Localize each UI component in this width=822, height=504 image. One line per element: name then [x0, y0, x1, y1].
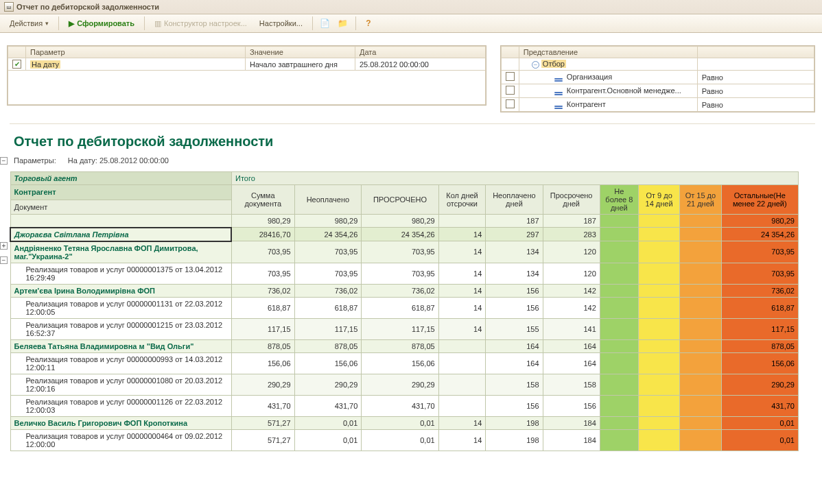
row-label: Джораєва Світлана Петрівна — [10, 228, 231, 241]
filter-root[interactable]: – Отбор — [501, 58, 814, 71]
row-value: 158 — [543, 374, 600, 395]
row-value: 198 — [486, 416, 543, 429]
row-value: 14 — [438, 318, 486, 339]
row-label: Реализация товаров и услуг 00000001080 о… — [10, 374, 231, 395]
designer-label: Конструктор настроек... — [164, 19, 247, 27]
report-row[interactable]: Беляева Татьяна Владимировна м "Вид Ольг… — [10, 339, 799, 352]
col-grace: Кол дней отсрочки — [438, 185, 486, 215]
col-over-d: Просрочено дней — [543, 185, 600, 215]
expander[interactable]: − — [0, 157, 8, 165]
row-value: 187 — [543, 215, 600, 228]
params-panel: Параметр Значение Дата ✔ На дату Начало … — [7, 45, 486, 106]
app-icon: ш — [4, 2, 14, 12]
row-value: 156 — [486, 395, 543, 416]
row-value: 117,15 — [362, 318, 438, 339]
report-row[interactable]: Реализация товаров и услуг 00000000993 о… — [10, 352, 799, 374]
row-value — [680, 352, 721, 374]
row-value: 290,29 — [294, 374, 362, 395]
row-value: 164 — [543, 352, 600, 374]
row-value: 156 — [486, 297, 543, 318]
row-value — [638, 395, 679, 416]
row-value: 164 — [486, 352, 543, 374]
row-value: 703,95 — [362, 263, 438, 284]
filter-cond: Равно — [697, 84, 814, 98]
row-label: Величко Василь Григорович ФОП Кропоткина — [10, 416, 231, 429]
tool-icon-2[interactable]: 📁 — [336, 16, 350, 30]
row-value: 156,06 — [721, 352, 798, 374]
row-value: 290,29 — [362, 374, 438, 395]
row-value: 24 354,26 — [362, 228, 438, 241]
designer-button[interactable]: ▥ Конструктор настроек... — [150, 18, 251, 29]
row-value: 703,95 — [231, 263, 294, 284]
row-label: Реализация товаров и услуг 00000001126 о… — [10, 395, 231, 416]
help-icon[interactable]: ? — [362, 16, 375, 30]
hdr-contractor: Контрагент — [10, 185, 231, 200]
row-value: 14 — [438, 228, 486, 241]
hdr-agent: Торговый агент — [10, 172, 231, 185]
row-value: 878,05 — [721, 339, 798, 352]
actions-button[interactable]: Действия ▾ — [5, 18, 53, 29]
col-unpaid: Неоплачено — [294, 185, 362, 215]
report-table: Торговый агент Итого Контрагент Сумма до… — [10, 171, 799, 451]
row-value: 156 — [486, 284, 543, 297]
report-row[interactable]: Реализация товаров и услуг 00000001126 о… — [10, 395, 799, 416]
row-value: 14 — [438, 284, 486, 297]
row-value: 117,15 — [721, 318, 798, 339]
row-label: Реализация товаров и услуг 00000000993 о… — [10, 352, 231, 374]
tree-column: − + − — [0, 124, 10, 451]
filter-row[interactable]: Контрагент.Основной менедже... Равно — [501, 84, 814, 98]
row-value: 14 — [438, 429, 486, 451]
row-value: 0,01 — [294, 429, 362, 451]
row-value — [438, 395, 486, 416]
row-value — [438, 215, 486, 228]
row-value: 156 — [543, 395, 600, 416]
report-row[interactable]: 980,29980,29980,29187187980,29 — [10, 215, 799, 228]
report-row[interactable]: Реализация товаров и услуг 00000000464 о… — [10, 429, 799, 451]
settings-button[interactable]: Настройки... — [255, 18, 307, 29]
row-value — [680, 339, 721, 352]
param-header: Параметр — [26, 47, 246, 58]
param-row[interactable]: ✔ На дату Начало завтрашнего дня 25.08.2… — [8, 58, 486, 71]
report-row[interactable]: Величко Василь Григорович ФОП Кропоткина… — [10, 416, 799, 429]
filter-name: Контрагент — [567, 100, 606, 108]
row-value: 736,02 — [721, 284, 798, 297]
row-value: 24 354,26 — [294, 228, 362, 241]
row-value — [600, 395, 638, 416]
filter-row[interactable]: Контрагент Равно — [501, 98, 814, 112]
collapse-icon[interactable]: – — [532, 61, 539, 69]
filter-row[interactable]: Организация Равно — [501, 71, 814, 84]
row-value — [600, 429, 638, 451]
filter-checkbox[interactable] — [506, 72, 515, 81]
col-unpaid-d: Неоплачено дней — [486, 185, 543, 215]
report-row[interactable]: Реализация товаров и услуг 00000001215 о… — [10, 318, 799, 339]
report-row[interactable]: Андріяненко Тетяна Ярославна ФОП Димитро… — [10, 241, 799, 263]
report-row[interactable]: Артем'єва Ірина Володимирівна ФОП736,027… — [10, 284, 799, 297]
row-value: 156,06 — [294, 352, 362, 374]
expander[interactable]: − — [0, 256, 8, 264]
row-value: 155 — [486, 318, 543, 339]
col-b1: Не более 8 дней — [600, 185, 638, 215]
expander[interactable]: + — [0, 242, 8, 250]
report-row[interactable]: Джораєва Світлана Петрівна28416,7024 354… — [10, 228, 799, 241]
row-value: 703,95 — [294, 241, 362, 263]
param-checkbox[interactable]: ✔ — [12, 60, 21, 69]
tool-icon-1[interactable]: 📄 — [318, 16, 332, 30]
row-value: 120 — [543, 263, 600, 284]
form-button[interactable]: ▶ Сформировать — [64, 18, 139, 29]
row-value — [600, 374, 638, 395]
param-name: На дату — [30, 60, 60, 69]
report-row[interactable]: Реализация товаров и услуг 00000001375 о… — [10, 263, 799, 284]
row-value: 184 — [543, 429, 600, 451]
row-value — [680, 395, 721, 416]
filter-checkbox[interactable] — [506, 99, 515, 108]
row-value — [638, 284, 679, 297]
row-value — [600, 215, 638, 228]
report-row[interactable]: Реализация товаров и услуг 00000001131 о… — [10, 297, 799, 318]
row-value — [600, 284, 638, 297]
row-value: 117,15 — [231, 318, 294, 339]
row-value: 980,29 — [294, 215, 362, 228]
row-value: 14 — [438, 416, 486, 429]
report-row[interactable]: Реализация товаров и услуг 00000001080 о… — [10, 374, 799, 395]
filter-checkbox[interactable] — [506, 86, 515, 95]
row-value: 703,95 — [294, 263, 362, 284]
